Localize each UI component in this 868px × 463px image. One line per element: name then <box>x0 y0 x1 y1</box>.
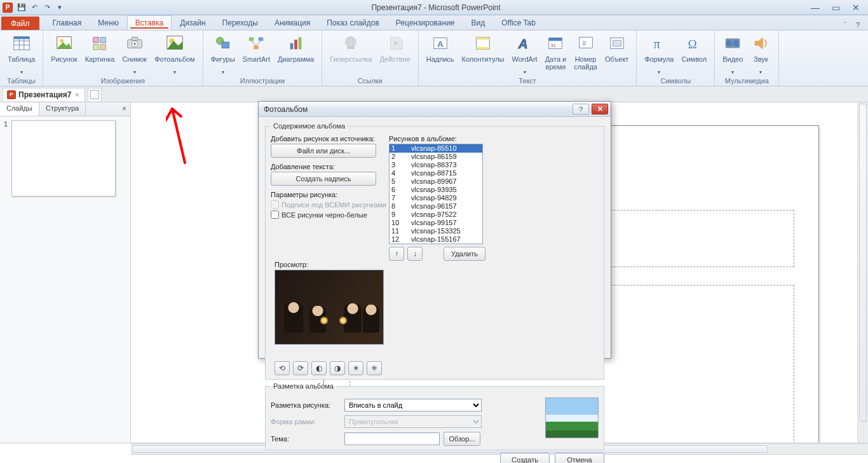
create-button[interactable]: Создать <box>500 453 550 463</box>
dialog-close-button[interactable]: ✕ <box>592 104 608 114</box>
smartart-button[interactable]: SmartArt <box>239 32 274 76</box>
move-up-button[interactable]: ↑ <box>389 247 404 261</box>
tab-slideshow[interactable]: Показ слайдов <box>318 15 388 30</box>
delete-button[interactable]: Удалить <box>444 247 485 261</box>
slide-thumbnails: 1 <box>0 116 130 443</box>
vertical-scrollbar[interactable] <box>857 102 868 443</box>
tab-view[interactable]: Вид <box>463 15 494 30</box>
group-images-label: Изображения <box>101 76 145 86</box>
tab-home[interactable]: Главная <box>44 15 90 30</box>
new-document-tab[interactable] <box>88 88 102 101</box>
close-doc-icon[interactable]: × <box>74 91 80 99</box>
svg-rect-11 <box>100 45 105 50</box>
doc-icon <box>90 90 99 99</box>
dialog-titlebar[interactable]: Фотоальбом ? ✕ <box>259 102 611 117</box>
document-tab[interactable]: P Презентация7 × <box>3 88 85 101</box>
checkbox-bw[interactable]: ВСЕ рисунки черно-белые <box>271 211 386 219</box>
select-pic-layout[interactable]: Вписать в слайд <box>344 399 482 411</box>
svg-rect-31 <box>477 38 490 40</box>
ribbon-minimize-icon[interactable]: ˆ <box>840 21 850 30</box>
picture-button[interactable]: Рисунок <box>47 32 81 76</box>
svg-rect-22 <box>254 46 259 50</box>
headerfooter-button[interactable]: Колонтитулы <box>458 32 508 76</box>
list-item[interactable]: 3vlcsnap-88373 <box>390 161 482 169</box>
svg-text:A: A <box>517 36 527 51</box>
slidenumber-button[interactable]: #Номерслайда <box>570 32 601 76</box>
theme-input[interactable] <box>344 432 440 445</box>
datetime-button[interactable]: 31Дата ивремя <box>541 32 571 76</box>
video-button[interactable]: Видео <box>719 32 747 76</box>
list-item[interactable]: 6vlcsnap-93935 <box>390 186 482 194</box>
hyperlink-button: Гиперссылка <box>326 32 376 76</box>
rotate-left-button[interactable]: ⟲ <box>275 361 290 375</box>
list-item[interactable]: 8vlcsnap-96157 <box>390 202 482 211</box>
close-panel-icon[interactable]: × <box>118 102 130 116</box>
brightness-up-button[interactable]: ☀ <box>348 361 363 375</box>
minimize-button[interactable]: — <box>807 3 824 13</box>
svg-rect-10 <box>93 45 98 50</box>
legend-content: Содержимое альбома <box>271 122 348 130</box>
slide-number: 1 <box>4 120 8 197</box>
clipart-button[interactable]: Картинка <box>81 32 119 76</box>
table-icon <box>11 33 32 53</box>
table-button[interactable]: Таблица <box>4 32 39 76</box>
list-item[interactable]: 12vlcsnap-155167 <box>390 235 482 244</box>
label-pic-layout: Разметка рисунка: <box>271 401 341 409</box>
list-item[interactable]: 9vlcsnap-97522 <box>390 211 482 219</box>
redo-button[interactable]: ↷ <box>42 3 52 13</box>
photoalbum-button[interactable]: Фотоальбом <box>151 32 199 76</box>
tab-officetab[interactable]: Office Tab <box>493 15 544 30</box>
move-down-button[interactable]: ↓ <box>407 247 423 261</box>
object-button[interactable]: Объект <box>601 32 632 76</box>
dialog-help-button[interactable]: ? <box>573 104 589 114</box>
rotate-right-button[interactable]: ⟳ <box>293 361 308 375</box>
help-icon[interactable]: ? <box>853 21 863 30</box>
list-item[interactable]: 10vlcsnap-99157 <box>390 219 482 227</box>
shapes-button[interactable]: Фигуры <box>207 32 239 76</box>
brightness-down-button[interactable]: ✳ <box>367 361 382 375</box>
list-item[interactable]: 4vlcsnap-88715 <box>390 169 482 177</box>
list-item[interactable]: 11vlcsnap-153325 <box>390 227 482 235</box>
maximize-button[interactable]: ▭ <box>827 3 844 13</box>
cancel-button[interactable]: Отмена <box>555 453 604 463</box>
file-disk-button[interactable]: Файл или диск... <box>271 144 376 158</box>
slide-thumbnail[interactable]: 1 <box>4 120 126 197</box>
tab-outline[interactable]: Структура <box>39 102 86 116</box>
textbox-button[interactable]: AНадпись <box>423 32 458 76</box>
smartart-icon <box>246 33 266 53</box>
tab-animations[interactable]: Анимация <box>266 15 318 30</box>
save-button[interactable]: 💾 <box>17 3 27 13</box>
browse-button[interactable]: Обзор... <box>444 432 480 446</box>
wordart-button[interactable]: AWordArt <box>508 32 541 76</box>
slidenumber-label1: Номер <box>575 55 597 63</box>
list-item[interactable]: 5vlcsnap-89967 <box>390 177 482 186</box>
audio-button[interactable]: Звук <box>747 32 775 76</box>
contrast-down-button[interactable]: ◑ <box>330 361 345 375</box>
tab-review[interactable]: Рецензирование <box>388 15 463 30</box>
smartart-label: SmartArt <box>243 55 270 63</box>
photoalbum-dialog: Фотоальбом ? ✕ Содержимое альбома Добави… <box>258 101 611 359</box>
screenshot-button[interactable]: Снимок <box>118 32 151 76</box>
album-listbox[interactable]: 1vlcsnap-855102vlcsnap-861593vlcsnap-883… <box>389 144 483 244</box>
new-textbox-button[interactable]: Создать надпись <box>271 172 376 186</box>
tab-transitions[interactable]: Переходы <box>214 15 266 30</box>
tab-insert[interactable]: Вставка <box>127 15 172 30</box>
layout-preview <box>545 397 599 438</box>
symbol-button[interactable]: ΩСимвол <box>677 32 710 76</box>
contrast-up-button[interactable]: ◐ <box>311 361 327 375</box>
list-item[interactable]: 7vlcsnap-94829 <box>390 194 482 202</box>
tab-design[interactable]: Дизайн <box>172 15 214 30</box>
tab-file[interactable]: Файл <box>1 17 39 30</box>
qat-dropdown[interactable]: ▾ <box>55 3 65 13</box>
tab-menu[interactable]: Меню <box>90 15 126 30</box>
undo-button[interactable]: ↶ <box>29 3 39 13</box>
svg-point-15 <box>133 43 136 45</box>
list-item[interactable]: 2vlcsnap-86159 <box>390 153 482 161</box>
close-button[interactable]: ✕ <box>848 3 864 13</box>
group-links: Гиперссылка Действие Ссылки <box>322 31 419 86</box>
tab-slides[interactable]: Слайды <box>0 102 39 116</box>
clipart-label: Картинка <box>85 55 115 63</box>
list-item[interactable]: 1vlcsnap-85510 <box>390 144 482 153</box>
chart-button[interactable]: Диаграмма <box>274 32 318 76</box>
equation-button[interactable]: πФормула <box>641 32 677 76</box>
